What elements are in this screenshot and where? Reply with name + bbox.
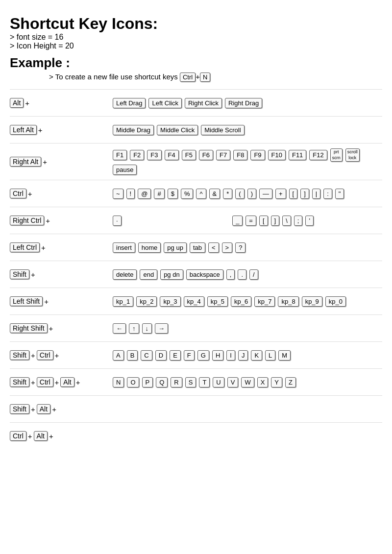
o-key: O: [127, 377, 139, 387]
kp6-key: kp_6: [231, 296, 251, 307]
pause-key: pause: [113, 165, 137, 175]
plus-sign: +: [28, 432, 32, 440]
quote-key: ": [335, 189, 344, 199]
row-left-alt: Left Alt+ Middle Drag Middle Click Middl…: [10, 116, 382, 143]
row-shift-ctrl: Shift+ Ctrl+ A B C D E F G H I J K L M: [10, 341, 382, 368]
at-key: @: [138, 189, 151, 199]
ctrl-key3: Ctrl: [37, 377, 53, 387]
left-shift-key: Left Shift: [10, 296, 43, 306]
f12-key: F12: [309, 150, 327, 160]
plus-sign: +: [49, 432, 53, 440]
row-shift-alt: Shift+ Alt+: [10, 395, 382, 422]
row-shift-ctrl-alt-keys: N O P Q R S T U V W X Y Z: [113, 377, 382, 387]
j-key: J: [238, 350, 248, 361]
shift-key4: Shift: [10, 404, 29, 414]
v-key: V: [227, 377, 239, 387]
row-right-ctrl-label: Right Ctrl+: [10, 216, 113, 225]
f6-key: F6: [199, 150, 213, 160]
lbracket-key: [: [289, 189, 298, 199]
c-key: C: [141, 350, 152, 361]
caret-key: ^: [196, 189, 206, 199]
plus-sign: +: [31, 270, 35, 279]
middle-scroll-key: Middle Scroll: [201, 125, 244, 135]
y-key: Y: [271, 377, 282, 387]
f7-key: F7: [216, 150, 230, 160]
period-key: .: [238, 269, 246, 280]
alt-key5: Alt: [34, 431, 48, 441]
insert-key: insert: [113, 242, 135, 253]
pgup-key: pg up: [164, 242, 187, 253]
plus-sign: +: [25, 99, 29, 107]
plus-sign: +: [49, 324, 53, 333]
d-key: D: [155, 350, 167, 361]
plus-sign: +: [31, 351, 35, 360]
plus-sign: +: [46, 217, 50, 225]
kp8-key: kp_8: [278, 296, 298, 307]
plus-sign: +: [55, 378, 59, 386]
kp3-key: kp_3: [160, 296, 180, 307]
star-key: *: [223, 189, 232, 199]
row-shift-alt-label: Shift+ Alt+: [10, 404, 113, 414]
f4-key: F4: [165, 150, 179, 160]
e-key: E: [170, 350, 181, 361]
b-key: B: [127, 350, 138, 361]
row-alt: Alt+ Left Drag Left Click Right Click Ri…: [10, 89, 382, 116]
home-key: home: [138, 242, 161, 253]
row-ctrl-alt-label: Ctrl+ Alt+: [10, 431, 113, 441]
right-arrow-key: →: [155, 323, 168, 334]
kp7-key: kp_7: [254, 296, 275, 307]
plus-sign: +: [31, 378, 35, 386]
k-key: K: [251, 350, 262, 361]
f10-key: F10: [268, 150, 286, 160]
f5-key: F5: [182, 150, 196, 160]
right-shift-key: Right Shift: [10, 323, 48, 333]
semicolon-key: ;: [294, 216, 303, 226]
plus-sign: +: [44, 297, 49, 306]
font-size-line: > font size = 16: [10, 33, 382, 42]
w-key: W: [241, 377, 254, 387]
row-left-ctrl: Left Ctrl+ insert home pg up tab < > ?: [10, 234, 382, 261]
shortcut-rows: Alt+ Left Drag Left Click Right Click Ri…: [10, 89, 382, 449]
row-right-shift-label: Right Shift+: [10, 323, 113, 333]
row-ctrl-keys: ~ ! @ # $ % ^ & * ( ) — + [ ] | : ": [113, 189, 382, 199]
kp1-key: kp_1: [113, 296, 133, 307]
dollar-key: $: [168, 189, 178, 199]
left-alt-key: Left Alt: [10, 125, 37, 135]
dash-key: —: [259, 189, 272, 199]
rbracket2-key: ]: [271, 216, 280, 226]
row-alt-keys: Left Drag Left Click Right Click Right D…: [113, 98, 382, 108]
row-right-alt-label: Right Alt+: [10, 157, 113, 167]
f2-key: F2: [130, 150, 144, 160]
f9-key: F9: [250, 150, 265, 160]
lparen-key: (: [235, 189, 244, 199]
row-shift: Shift+ delete end pg dn backspace , . /: [10, 261, 382, 288]
tilde-key: ~: [113, 189, 123, 199]
right-drag-key: Right Drag: [225, 98, 262, 108]
g-key: G: [197, 350, 209, 361]
kp2-key: kp_2: [136, 296, 157, 307]
row-left-shift-keys: kp_1 kp_2 kp_3 kp_4 kp_5 kp_6 kp_7 kp_8 …: [113, 296, 382, 307]
hash-key: #: [154, 189, 164, 199]
tab-key: tab: [190, 242, 205, 253]
row-right-ctrl: Right Ctrl+ · x x x x x x x x x _ = [ ] …: [10, 207, 382, 234]
row-ctrl-alt: Ctrl+ Alt+: [10, 422, 382, 449]
dot-key: ·: [113, 216, 122, 226]
row-right-alt-keys: F1 F2 F3 F4 F5 F6 F7 F8 F9 F10 F11 F12 p…: [113, 148, 382, 175]
lt-key: <: [208, 242, 219, 253]
row-left-shift-label: Left Shift+: [10, 296, 113, 306]
rbracket-key: ]: [300, 189, 309, 199]
plus-sign: +: [55, 351, 59, 360]
plus-sign: +: [41, 243, 46, 252]
n-key: N: [113, 377, 124, 387]
shift-key: Shift: [10, 269, 29, 279]
a-key: A: [113, 350, 124, 361]
right-click-key: Right Click: [185, 98, 222, 108]
pipe-key: |: [312, 189, 320, 199]
kp0-key: kp_0: [325, 296, 346, 307]
row-shift-ctrl-label: Shift+ Ctrl+: [10, 350, 113, 360]
page-title: Shortcut Key Icons:: [10, 15, 382, 33]
slash-key: /: [249, 269, 258, 280]
shift-key3: Shift: [10, 377, 29, 387]
u-key: U: [213, 377, 224, 387]
backslash-key: \: [282, 216, 291, 226]
